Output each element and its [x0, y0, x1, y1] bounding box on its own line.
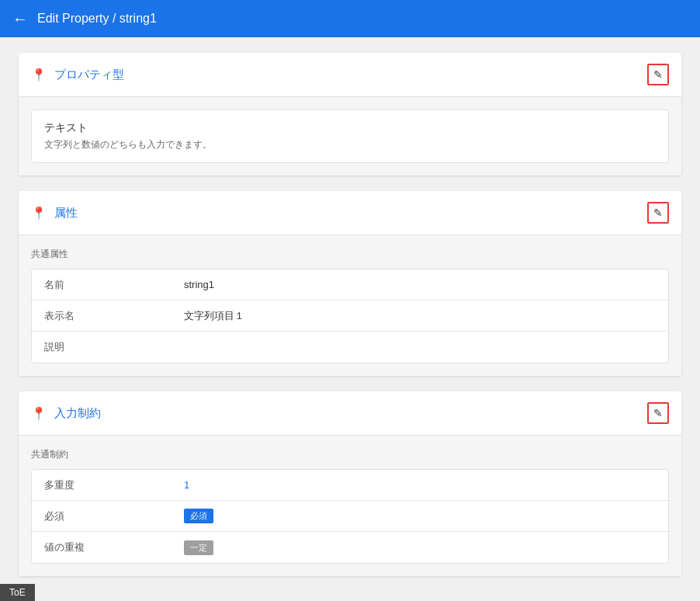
constraints-sub-label: 共通制約	[31, 448, 669, 461]
attributes-icon: 📍	[31, 206, 47, 221]
input-constraints-section: 📍 入力制約 ✎ 共通制約 多重度 1 必須 必須	[19, 391, 681, 576]
constraints-icon: 📍	[31, 406, 47, 421]
attributes-sub-label: 共通属性	[31, 248, 669, 261]
property-type-card: テキスト 文字列と数値のどちらも入力できます。	[31, 109, 669, 163]
app-header: ← Edit Property / string1	[0, 0, 700, 37]
attributes-header: 📍 属性 ✎	[19, 191, 681, 235]
property-type-header: 📍 プロパティ型 ✎	[19, 53, 681, 97]
constraints-body: 共通制約 多重度 1 必須 必須 値の重複 一定	[19, 436, 681, 576]
attributes-body: 共通属性 名前 string1 表示名 文字列項目１ 説明	[19, 235, 681, 376]
property-type-edit-button[interactable]: ✎	[647, 64, 669, 85]
duplicate-value: 一定	[184, 533, 656, 563]
property-type-body: テキスト 文字列と数値のどちらも入力できます。	[19, 97, 681, 175]
attributes-table: 名前 string1 表示名 文字列項目１ 説明	[31, 269, 669, 363]
attr-description-value	[184, 339, 656, 355]
table-row: 多重度 1	[32, 470, 668, 501]
back-icon: ←	[12, 10, 28, 28]
multiplicity-value: 1	[184, 471, 656, 499]
attributes-header-left: 📍 属性	[31, 206, 78, 221]
edit-icon: ✎	[653, 68, 663, 81]
attr-name-label: 名前	[44, 270, 184, 300]
table-row: 値の重複 一定	[32, 532, 668, 563]
required-value: 必須	[184, 501, 656, 531]
duplicate-badge: 一定	[184, 540, 213, 555]
attr-name-value: string1	[184, 271, 656, 298]
back-button[interactable]: ←	[12, 10, 28, 28]
attr-display-name-label: 表示名	[44, 301, 184, 331]
property-type-title: プロパティ型	[54, 68, 124, 82]
property-type-section: 📍 プロパティ型 ✎ テキスト 文字列と数値のどちらも入力できます。	[19, 53, 681, 175]
property-type-description: 文字列と数値のどちらも入力できます。	[44, 138, 656, 151]
constraints-table: 多重度 1 必須 必須 値の重複 一定	[31, 469, 669, 564]
page-title: Edit Property / string1	[37, 12, 157, 26]
table-row: 必須 必須	[32, 501, 668, 532]
main-content: 📍 プロパティ型 ✎ テキスト 文字列と数値のどちらも入力できます。 📍 属性 …	[0, 37, 700, 592]
attr-description-label: 説明	[44, 332, 184, 362]
property-type-name: テキスト	[44, 121, 656, 135]
table-row: 表示名 文字列項目１	[32, 300, 668, 332]
property-type-icon: 📍	[31, 68, 47, 82]
required-label: 必須	[44, 502, 184, 531]
attributes-section: 📍 属性 ✎ 共通属性 名前 string1 表示名 文字列項目１ 説明	[19, 191, 681, 376]
section-header-left: 📍 プロパティ型	[31, 68, 124, 82]
constraints-title: 入力制約	[54, 406, 101, 421]
table-row: 説明	[32, 332, 668, 363]
footer-text: ToE	[9, 587, 26, 598]
attr-display-name-value: 文字列項目１	[184, 301, 656, 331]
edit-icon-3: ✎	[653, 407, 663, 419]
input-constraints-header: 📍 入力制約 ✎	[19, 391, 681, 436]
multiplicity-label: 多重度	[44, 471, 184, 500]
constraints-header-left: 📍 入力制約	[31, 406, 101, 421]
edit-icon-2: ✎	[653, 207, 663, 219]
footer-hint: ToE	[0, 584, 35, 601]
required-badge: 必須	[184, 509, 213, 523]
constraints-edit-button[interactable]: ✎	[647, 402, 669, 424]
attributes-edit-button[interactable]: ✎	[647, 202, 669, 224]
attributes-title: 属性	[54, 206, 78, 221]
duplicate-label: 値の重複	[44, 533, 184, 562]
table-row: 名前 string1	[32, 269, 668, 300]
